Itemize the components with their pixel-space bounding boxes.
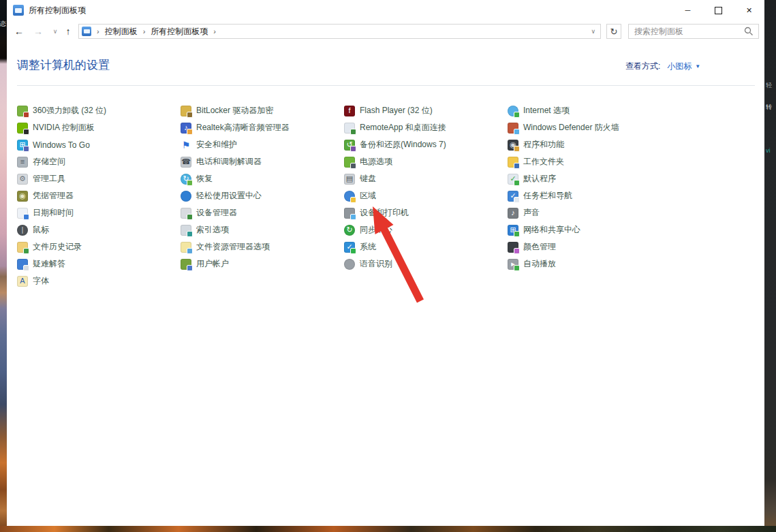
control-panel-window: 所有控制面板项 ─ ✕ ← → ∨ ↑ › 控制面板 › 所有控制面板项 › ∨… [7, 0, 764, 526]
cp-item-label: Windows To Go [33, 140, 90, 150]
storage-spaces-icon: ≡ [17, 157, 28, 168]
nvidia-icon [17, 123, 28, 134]
remoteapp-icon [344, 123, 355, 134]
cp-item-keyboard[interactable]: ▤键盘 [344, 170, 506, 187]
items-column: fFlash Player (32 位)RemoteApp 和桌面连接↺备份和还… [344, 102, 506, 272]
administrative-tools-icon: ⚙ [17, 174, 28, 185]
cp-item-file-explorer-options[interactable]: 文件资源管理器选项 [181, 238, 343, 255]
work-folders-icon [508, 157, 518, 168]
flash-player-icon: f [344, 106, 355, 116]
cp-item-label: 字体 [33, 275, 49, 287]
sound-icon: ♪ [508, 208, 518, 219]
cp-item-windows-defender-firewall[interactable]: Windows Defender 防火墙 [508, 119, 670, 136]
cp-item-device-manager[interactable]: 设备管理器 [181, 204, 343, 221]
forward-button[interactable]: → [32, 25, 44, 38]
cp-item-label: 区域 [360, 190, 376, 202]
cp-item-taskbar-navigation[interactable]: ✓任务栏和导航 [508, 187, 670, 204]
view-by-dropdown[interactable]: 小图标 ▼ [667, 61, 700, 72]
cp-item-label: 网络和共享中心 [523, 224, 580, 236]
cp-item-label: Internet 选项 [523, 105, 570, 116]
search-box[interactable] [628, 24, 759, 39]
cp-item-fonts[interactable]: A字体 [17, 272, 179, 290]
cp-item-security-maintenance[interactable]: ⚑安全和维护 [181, 136, 343, 153]
cp-item-sync-center[interactable]: ↻同步中心 [344, 221, 506, 238]
breadcrumb-control-panel[interactable]: 控制面板 [105, 26, 138, 37]
fonts-icon: A [17, 276, 28, 287]
cp-item-label: 系统 [360, 241, 376, 253]
up-button[interactable]: ↑ [62, 25, 74, 38]
cp-item-flash-player[interactable]: fFlash Player (32 位) [344, 102, 506, 119]
cp-item-work-folders[interactable]: 工作文件夹 [508, 153, 670, 170]
maximize-button[interactable] [703, 0, 734, 20]
cp-item-speech-recognition[interactable]: 语音识别 [344, 255, 506, 272]
cp-item-region[interactable]: 区域 [344, 187, 506, 204]
search-input[interactable] [629, 27, 744, 36]
cp-item-nvidia-control-panel[interactable]: NVIDIA 控制面板 [17, 119, 179, 136]
breadcrumb-all-control-panel-items[interactable]: 所有控制面板项 [151, 26, 208, 37]
cp-item-remoteapp[interactable]: RemoteApp 和桌面连接 [344, 119, 506, 136]
address-bar[interactable]: › 控制面板 › 所有控制面板项 › ∨ [78, 24, 601, 39]
realtek-audio-icon: ♪ [181, 123, 191, 134]
cp-item-administrative-tools[interactable]: ⚙管理工具 [17, 170, 179, 187]
cp-item-mouse[interactable]: |鼠标 [17, 221, 179, 238]
cp-item-label: Realtek高清晰音频管理器 [196, 122, 290, 134]
cp-item-label: 安全和维护 [196, 139, 237, 151]
cp-item-label: 声音 [523, 207, 540, 219]
cp-item-recovery[interactable]: ↻恢复 [181, 170, 343, 187]
cp-item-file-history[interactable]: 文件历史记录 [17, 238, 179, 255]
devices-printers-icon [344, 208, 355, 219]
cp-item-label: Flash Player (32 位) [360, 105, 433, 116]
cp-item-label: NVIDIA 控制面板 [33, 122, 95, 134]
control-panel-icon [82, 27, 91, 36]
credential-manager-icon: ◉ [17, 191, 28, 202]
internet-options-icon [508, 106, 518, 116]
recovery-icon: ↻ [181, 174, 191, 185]
cp-item-label: 索引选项 [196, 224, 229, 236]
header-divider [17, 85, 755, 86]
cp-item-programs-features[interactable]: ◉程序和功能 [508, 136, 670, 153]
cp-item-troubleshooting[interactable]: 疑难解答 [17, 255, 179, 272]
cp-item-label: 设备管理器 [196, 207, 237, 219]
device-manager-icon [181, 208, 191, 219]
cp-item-network-sharing-center[interactable]: ⊞网络和共享中心 [508, 221, 670, 238]
cp-item-default-programs[interactable]: ✓默认程序 [508, 170, 670, 187]
cp-item-label: 凭据管理器 [33, 190, 74, 202]
power-options-icon [344, 157, 355, 168]
cp-item-label: 语音识别 [360, 258, 392, 270]
close-button[interactable]: ✕ [734, 0, 764, 20]
cp-item-label: 日期和时间 [33, 207, 74, 219]
cp-item-credential-manager[interactable]: ◉凭据管理器 [17, 187, 179, 204]
cp-item-autoplay[interactable]: ▸自动播放 [508, 255, 670, 272]
refresh-button[interactable]: ↻ [606, 24, 621, 39]
address-dropdown-icon[interactable]: ∨ [591, 28, 595, 35]
cp-item-label: BitLocker 驱动器加密 [196, 105, 273, 116]
cp-item-date-time[interactable]: 日期和时间 [17, 204, 179, 221]
content-area: 调整计算机的设置 查看方式: 小图标 ▼ 360强力卸载 (32 位)NVIDI… [7, 42, 764, 526]
cp-item-system[interactable]: ✓系统 [344, 238, 506, 255]
cp-item-power-options[interactable]: 电源选项 [344, 153, 506, 170]
sync-center-icon: ↻ [344, 225, 355, 236]
cp-item-user-accounts[interactable]: 用户帐户 [181, 255, 343, 272]
back-button[interactable]: ← [13, 25, 25, 38]
cp-item-bitlocker[interactable]: BitLocker 驱动器加密 [181, 102, 343, 119]
recent-pages-dropdown-icon[interactable]: ∨ [49, 25, 61, 38]
cp-item-realtek-audio[interactable]: ♪Realtek高清晰音频管理器 [181, 119, 343, 136]
cp-item-windows-to-go[interactable]: ⊞Windows To Go [17, 136, 179, 153]
cp-item-internet-options[interactable]: Internet 选项 [508, 102, 670, 119]
cp-item-label: RemoteApp 和桌面连接 [360, 122, 446, 134]
breadcrumb-separator-icon: › [208, 27, 221, 35]
cp-item-storage-spaces[interactable]: ≡存储空间 [17, 153, 179, 170]
keyboard-icon: ▤ [344, 174, 355, 185]
cp-item-360-uninstaller[interactable]: 360强力卸载 (32 位) [17, 102, 179, 119]
minimize-button[interactable]: ─ [672, 0, 703, 20]
cp-item-label: Windows Defender 防火墙 [523, 122, 619, 134]
cp-item-label: 电源选项 [360, 156, 392, 168]
cp-item-ease-of-access[interactable]: 轻松使用设置中心 [181, 187, 343, 204]
cp-item-indexing-options[interactable]: 索引选项 [181, 221, 343, 238]
cp-item-devices-printers[interactable]: 设备和打印机 [344, 204, 506, 221]
cp-item-color-management[interactable]: 颜色管理 [508, 238, 670, 255]
cp-item-label: 任务栏和导航 [523, 190, 572, 202]
cp-item-phone-modem[interactable]: ☎电话和调制解调器 [181, 153, 343, 170]
cp-item-sound[interactable]: ♪声音 [508, 204, 670, 221]
cp-item-backup-restore[interactable]: ↺备份和还原(Windows 7) [344, 136, 506, 153]
